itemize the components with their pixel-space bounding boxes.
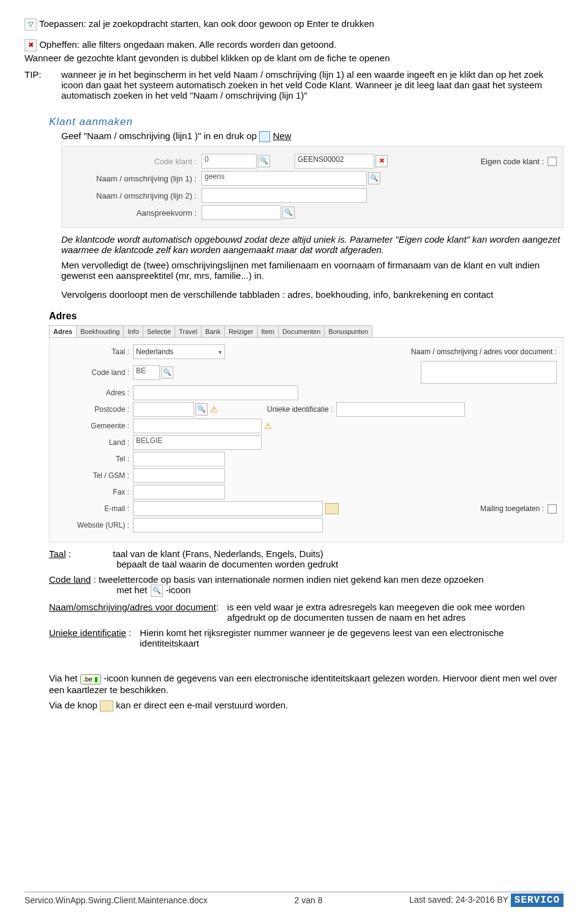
tab-documenten[interactable]: Documenten <box>278 325 325 337</box>
tab-item[interactable]: Item <box>257 325 279 337</box>
footer: Servico.WinApp.Swing.Client.Maintenance.… <box>24 892 564 906</box>
land-input[interactable]: BELGIE <box>133 435 262 450</box>
klant-intro: Geef "Naam / omschrijving (lijn1 )" in e… <box>61 131 564 142</box>
after-p3: Vervolgens doorloopt men de verschillend… <box>61 289 564 300</box>
tel-label: Tel : <box>56 455 133 463</box>
email-label: E-mail : <box>56 504 133 513</box>
adres-panel: Adres Boekhouding Info Selectie Travel B… <box>49 325 564 542</box>
footer-saved: Last saved: 24-3-2016 BY <box>409 895 508 905</box>
search-icon[interactable]: 🔍 <box>282 207 295 219</box>
naam2-input[interactable] <box>202 188 367 203</box>
fax-input[interactable] <box>133 485 225 499</box>
def-codeland: Code land : tweelettercode op basis van … <box>49 574 564 597</box>
adres-heading: Adres <box>49 311 564 322</box>
def-naamdoc: Naam/omschrijving/adres voor document: i… <box>49 602 564 623</box>
tab-adres[interactable]: Adres <box>49 325 77 337</box>
tab-reiziger[interactable]: Reiziger <box>224 325 257 337</box>
def-unieke: Unieke identificatie : Hierin komt het r… <box>49 628 564 648</box>
codeland-label: Code land : <box>56 368 133 377</box>
delete-icon[interactable]: ✖ <box>375 155 388 167</box>
naam1-input[interactable]: geens <box>202 171 367 186</box>
aanspreek-input[interactable] <box>202 205 281 220</box>
tab-boekhouding[interactable]: Boekhouding <box>76 325 124 337</box>
klant-form-panel: Code klant : 0 🔍 GEENS00002 ✖ Eigen code… <box>61 146 564 228</box>
unieke-input[interactable] <box>336 402 465 417</box>
doc-label: Naam / omschrijving / adres voor documen… <box>411 347 557 356</box>
tel-input[interactable] <box>133 452 225 466</box>
adres-input[interactable] <box>133 385 298 400</box>
fax-label: Fax : <box>56 488 133 496</box>
website-input[interactable] <box>133 518 323 533</box>
email-input[interactable] <box>133 501 323 516</box>
dubbel-line: Wanneer de gezochte klant gevonden is du… <box>24 53 564 63</box>
klant-intro-suffix: New <box>273 131 291 141</box>
tab-info[interactable]: Info <box>123 325 143 337</box>
naam2-label: Naam / omschrijving (lijn 2) : <box>68 191 202 200</box>
generated-code: GEENS00002 <box>295 154 374 169</box>
mailing-label: Mailing toegelaten : <box>480 504 544 513</box>
aanspreek-label: Aanspreekvorm : <box>68 208 202 218</box>
servico-logo: SERVICO <box>511 893 564 907</box>
warning-icon: ⚠ <box>264 421 272 431</box>
gemeente-input[interactable] <box>133 419 262 433</box>
klant-intro-prefix: Geef "Naam / omschrijving (lijn1 )" in e… <box>61 131 259 141</box>
search-icon[interactable]: 🔍 <box>368 172 380 184</box>
tab-selectie[interactable]: Selectie <box>143 325 175 337</box>
unieke-label: Unieke identificatie : <box>267 405 333 414</box>
via-env: Via de knop kan er direct een e-mail ver… <box>49 700 564 711</box>
postcode-input[interactable] <box>133 402 194 417</box>
search-icon: 🔍 <box>151 585 163 597</box>
via-be: Via het .be ▮ -icoon kunnen de gegevens … <box>49 673 564 695</box>
envelope-icon[interactable] <box>325 503 339 514</box>
warning-icon: ⚠ <box>210 404 218 414</box>
footer-page: 2 van 8 <box>295 895 323 905</box>
funnel-icon: ▽ <box>24 18 37 31</box>
footer-file: Servico.WinApp.Swing.Client.Maintenance.… <box>24 895 208 905</box>
telgsm-label: Tel / GSM : <box>56 471 133 480</box>
after-p2: Men vervolledigt de (twee) omschrijvings… <box>61 260 564 281</box>
naam1-label: Naam / omschrijving (lijn 1) : <box>68 174 202 183</box>
def-taal: Taal : taal van de klant (Frans, Nederla… <box>49 548 564 569</box>
code-klant-input[interactable]: 0 <box>202 154 257 169</box>
opheffen-line: ✖ Opheffen: alle filters ongedaan maken.… <box>24 39 564 51</box>
eigen-code-label: Eigen code klant : <box>481 157 544 166</box>
code-klant-label: Code klant : <box>68 157 202 166</box>
tab-bar: Adres Boekhouding Info Selectie Travel B… <box>49 325 564 338</box>
tip-text: wanneer je in het beginscherm in het vel… <box>61 69 564 101</box>
taal-label: Taal : <box>56 347 133 356</box>
opheffen-text: Opheffen: alle filters ongedaan maken. A… <box>39 39 336 50</box>
envelope-icon <box>100 700 113 711</box>
after-p1: De klantcode wordt automatisch opgebouwd… <box>61 234 564 255</box>
telgsm-input[interactable] <box>133 468 225 483</box>
search-icon[interactable]: 🔍 <box>258 155 270 167</box>
eigen-code-checkbox[interactable] <box>548 157 557 166</box>
new-icon <box>259 131 270 142</box>
adres-label: Adres : <box>56 389 133 397</box>
tab-bonus[interactable]: Bonuspunten <box>324 325 372 337</box>
toepassen-text: Toepassen: zal je zoekopdracht starten, … <box>39 18 374 29</box>
search-icon[interactable]: 🔍 <box>195 403 208 415</box>
klant-aanmaken-heading: Klant aanmaken <box>49 116 564 128</box>
taal-select[interactable]: Nederlands <box>133 344 225 359</box>
website-label: Website (URL) : <box>56 521 133 529</box>
land-label: Land : <box>56 438 133 447</box>
tip-label: TIP: <box>24 69 49 101</box>
gemeente-label: Gemeente : <box>56 422 133 430</box>
search-icon[interactable]: 🔍 <box>161 366 173 379</box>
tab-travel[interactable]: Travel <box>175 325 202 337</box>
postcode-label: Postcode : <box>56 405 133 414</box>
clear-filter-icon: ✖ <box>24 39 37 51</box>
tip-row: TIP: wanneer je in het beginscherm in he… <box>24 69 564 101</box>
doc-textarea[interactable] <box>421 361 557 384</box>
tab-bank[interactable]: Bank <box>201 325 225 337</box>
be-id-icon: .be ▮ <box>80 674 101 685</box>
toepassen-line: ▽ Toepassen: zal je zoekopdracht starten… <box>24 18 564 31</box>
codeland-input[interactable]: BE <box>133 365 160 380</box>
mailing-checkbox[interactable] <box>548 504 557 514</box>
